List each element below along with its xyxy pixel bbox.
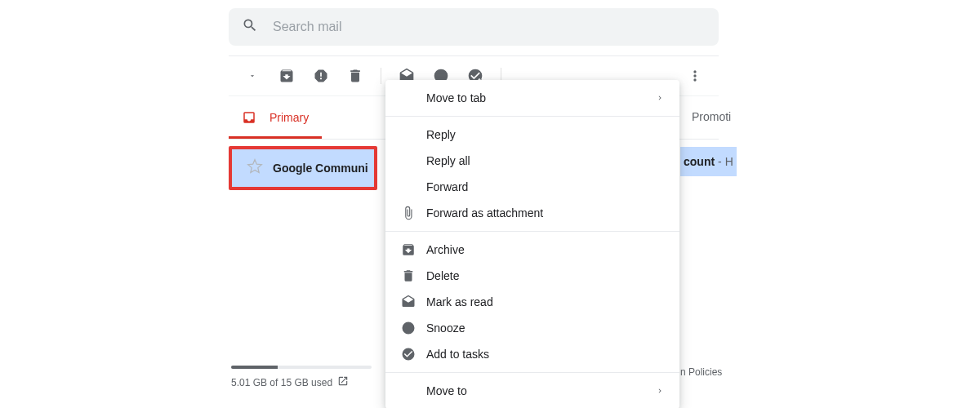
menu-forward[interactable]: Forward xyxy=(385,174,679,200)
footer-policies-partial: n Policies xyxy=(680,366,722,378)
menu-move-to-label: Move to xyxy=(426,384,653,397)
search-icon xyxy=(242,17,273,37)
open-in-new-icon xyxy=(337,375,349,387)
star-button[interactable] xyxy=(247,158,263,178)
select-dropdown-button[interactable] xyxy=(238,61,267,91)
storage-footer: 5.01 GB of 15 GB used xyxy=(231,366,378,389)
menu-reply-label: Reply xyxy=(426,128,666,141)
archive-button[interactable] xyxy=(272,61,301,91)
email-row[interactable]: Google Communit xyxy=(232,149,374,187)
chevron-right-icon xyxy=(653,94,666,102)
menu-snooze-label: Snooze xyxy=(426,322,666,335)
menu-separator xyxy=(385,231,679,232)
caret-down-icon xyxy=(248,72,256,80)
menu-forward-label: Forward xyxy=(426,180,666,193)
menu-archive[interactable]: Archive xyxy=(385,237,679,263)
attachment-icon xyxy=(399,206,418,220)
email-subject-bold: count xyxy=(684,155,715,168)
menu-forward-attachment-label: Forward as attachment xyxy=(426,206,666,220)
task-add-icon xyxy=(399,347,418,361)
menu-delete[interactable]: Delete xyxy=(385,263,679,289)
menu-move-to[interactable]: Move to xyxy=(385,378,679,404)
menu-reply-all[interactable]: Reply all xyxy=(385,148,679,174)
trash-icon xyxy=(347,68,363,84)
storage-text: 5.01 GB of 15 GB used xyxy=(231,377,332,388)
tab-primary-label: Primary xyxy=(270,111,309,124)
search-bar[interactable] xyxy=(229,8,719,46)
mail-open-icon xyxy=(399,295,418,309)
more-button[interactable] xyxy=(680,61,710,91)
delete-button[interactable] xyxy=(341,61,370,91)
clock-icon xyxy=(399,321,418,335)
menu-archive-label: Archive xyxy=(426,243,666,256)
archive-icon xyxy=(399,242,418,257)
menu-mark-as-read-label: Mark as read xyxy=(426,295,666,308)
more-vert-icon xyxy=(687,68,703,84)
menu-move-to-tab-label: Move to tab xyxy=(426,91,653,104)
storage-bar xyxy=(231,366,372,369)
email-row-highlighted: Google Communit xyxy=(229,146,377,190)
tab-promotions-partial[interactable]: Promoti xyxy=(692,110,731,123)
menu-add-to-tasks-label: Add to tasks xyxy=(426,348,666,361)
inbox-icon xyxy=(242,110,256,125)
menu-separator xyxy=(385,372,679,373)
star-outline-icon xyxy=(247,158,263,175)
chevron-right-icon xyxy=(653,387,666,395)
email-subject-partial: count - H xyxy=(680,147,737,176)
email-subject-gray: - H xyxy=(718,155,733,168)
context-menu: Move to tab Reply Reply all Forward Forw… xyxy=(385,80,679,408)
menu-reply-all-label: Reply all xyxy=(426,154,666,167)
open-storage-link[interactable] xyxy=(332,375,349,389)
archive-icon xyxy=(278,68,295,84)
menu-delete-label: Delete xyxy=(426,269,666,282)
menu-move-to-tab[interactable]: Move to tab xyxy=(385,85,679,111)
storage-bar-fill xyxy=(231,366,278,369)
spam-icon xyxy=(313,68,329,84)
email-sender: Google Communit xyxy=(273,162,368,175)
menu-separator xyxy=(385,116,679,117)
menu-mark-as-read[interactable]: Mark as read xyxy=(385,289,679,315)
tab-primary[interactable]: Primary xyxy=(229,96,322,139)
trash-icon xyxy=(399,268,418,283)
search-input[interactable] xyxy=(273,20,706,34)
menu-reply[interactable]: Reply xyxy=(385,122,679,148)
spam-button[interactable] xyxy=(306,61,336,91)
menu-snooze[interactable]: Snooze xyxy=(385,315,679,341)
menu-add-to-tasks[interactable]: Add to tasks xyxy=(385,341,679,367)
menu-forward-attachment[interactable]: Forward as attachment xyxy=(385,200,679,226)
